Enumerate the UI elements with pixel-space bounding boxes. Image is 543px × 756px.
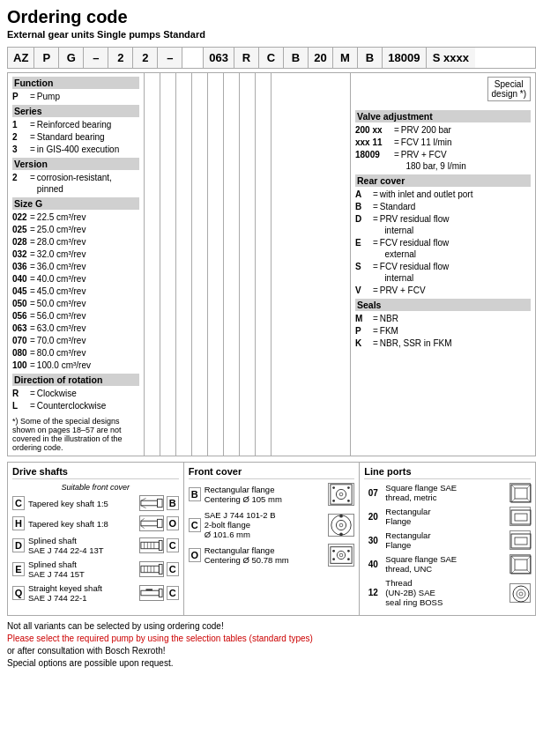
front-cover-col: Front cover B Rectangular flangeCenterin… [184,463,361,615]
drive-item-d: D Splined shaftSAE J 744 22-4 13T C [12,536,179,555]
seal-k: K=NBR, SSR in FKM [355,337,531,349]
code-2b: 2 [133,48,158,68]
subtitle: External gear units Single pumps Standar… [7,29,536,40]
port-icon-20 [510,507,531,526]
drive-suffix-q: C [167,586,179,600]
port-desc-12: Thread(UN-2B) SAEseal ring BOSS [385,578,506,607]
footnote-3: or after consultation with Bosch Rexroth… [7,645,536,657]
front-desc-o: Rectangular flangeCentering Ø 50.78 mm [205,545,325,565]
svg-line-55 [527,556,531,560]
size-022: 022=22.5 cm³/rev [12,211,139,223]
rear-a: A=with inlet and outlet port [355,189,531,200]
front-letter-o: O [189,548,201,562]
port-icon-40 [510,554,531,574]
front-letter-b: B [189,487,201,501]
section-rotation: Direction of rotation [12,374,139,386]
rear-b: B=Standard [355,201,531,212]
drive-desc-d: Splined shaftSAE J 744 22-4 13T [28,536,137,555]
front-desc-c: SAE J 744 101-2 B2-bolt flangeØ 101.6 mm [205,510,325,539]
size-100: 100=100.0 cm³/rev [12,359,139,371]
main-content: Function P = Pump Series 1 = Reinforced … [7,72,536,456]
svg-point-30 [331,515,351,534]
front-desc-b: Rectangular flangeCentering Ø 105 mm [205,485,325,504]
drive-desc-q: Straight keyed shaftSAE J 744 22-1 [28,583,137,603]
port-icon-07 [510,483,531,502]
code-az: AZ [8,48,34,68]
footnote-1: Not all variants can be selected by usin… [7,620,536,633]
size-063: 063=63.0 cm³/rev [12,322,139,334]
svg-point-26 [333,486,336,489]
front-item-o: O Rectangular flangeCentering Ø 50.78 mm [189,544,355,567]
page-title: Ordering code [7,7,536,27]
svg-point-36 [338,551,346,559]
right-column: Specialdesign *) Valve adjustment 200 xx… [350,73,535,456]
port-num-30: 30 [364,536,382,545]
port-icon-30 [510,530,531,550]
svg-rect-8 [141,542,159,548]
code-p: P [34,48,59,68]
drive-shafts-col: Drive shafts Suitable front cover C Tape… [8,463,184,615]
rear-v: V=PRV + FCV [355,285,531,296]
svg-point-41 [347,558,350,560]
front-item-c: C SAE J 744 101-2 B2-bolt flangeØ 101.6 … [189,510,355,539]
svg-rect-49 [515,514,527,521]
svg-point-60 [519,592,523,596]
vl8 [256,73,272,456]
drive-letter-e: E [12,562,25,576]
svg-rect-50 [511,534,531,548]
svg-point-27 [347,486,350,489]
footnote-section: Not all variants can be selected by usin… [7,620,536,670]
section-size: Size G [12,197,139,210]
code-sxxxx: S xxxx [427,48,475,68]
code-m: M [333,48,358,68]
size-050: 050=50.0 cm³/rev [12,298,139,309]
port-desc-30: RectangularFlange [385,530,506,550]
svg-rect-13 [159,540,162,550]
port-desc-40: Square flange SAEthread, UNC [385,554,506,574]
port-num-40: 40 [364,560,382,569]
port-item-07: 07 Square flange SAEthread, metric [364,483,531,502]
rotation-r: R=Clockwise [12,388,139,399]
code-dash2: – [158,48,182,68]
bottom-section: Drive shafts Suitable front cover C Tape… [7,462,536,616]
front-icon-b [328,483,354,506]
drive-letter-q: Q [12,586,25,600]
front-letter-c: C [189,518,201,532]
line-ports-title: Line ports [364,466,531,479]
svg-rect-1 [157,499,162,507]
svg-point-34 [339,532,343,536]
svg-rect-43 [515,488,527,499]
svg-point-33 [339,514,343,517]
code-2a: 2 [108,48,133,68]
drive-icon-e [139,561,164,577]
size-056: 056=56.0 cm³/rev [12,310,139,322]
drive-icon-d [139,537,164,553]
svg-rect-53 [515,560,527,570]
vl2 [160,73,176,456]
drive-item-e: E Splined shaftSAE J 744 15T C [12,560,179,579]
seal-p: P=FKM [355,325,531,337]
rear-d: D=PRV residual flow internal [355,213,531,236]
svg-rect-21 [145,589,152,590]
line-ports-col: Line ports 07 Square flange SAEthread, m… [360,463,535,615]
drive-letter-d: D [12,538,25,552]
drive-letter-h: H [12,516,25,530]
size-025: 025=25.0 cm³/rev [12,224,139,235]
vl5 [208,73,224,456]
port-item-40: 40 Square flange SAEthread, UNC [364,554,531,574]
front-icon-o [328,544,354,567]
port-num-07: 07 [364,488,382,498]
size-028: 028=28.0 cm³/rev [12,236,139,248]
valve-18009: 18009=PRV + FCV 180 bar, 9 l/min [355,149,531,172]
svg-line-46 [511,499,515,502]
svg-rect-35 [331,547,352,564]
svg-point-25 [339,493,343,496]
svg-line-44 [511,485,515,488]
series-3: 3 = in GIS-400 execution [12,144,139,155]
valve-200xx: 200 xx=PRV 200 bar [355,124,531,136]
code-063: 063 [204,48,234,68]
footnote-4: Special options are possible upon reques… [7,657,536,670]
svg-rect-5 [157,519,162,527]
series-1: 1 = Reinforced bearing [12,119,139,130]
drive-suffix-e: C [167,562,179,576]
